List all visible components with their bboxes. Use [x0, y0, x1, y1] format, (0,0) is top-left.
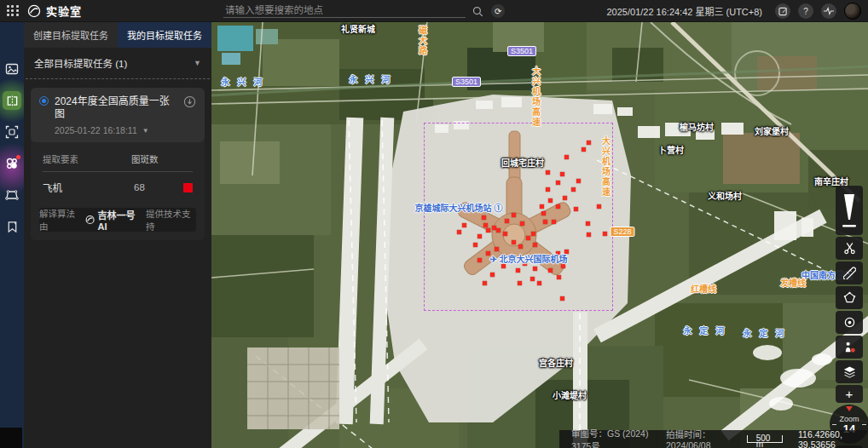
cursor-coordinates: 116.42660, 39.53656 — [798, 429, 859, 448]
aircraft-marker[interactable] — [574, 207, 578, 211]
task-radio[interactable] — [39, 96, 49, 106]
aircraft-marker[interactable] — [531, 256, 535, 260]
aircraft-marker[interactable] — [526, 236, 530, 240]
aircraft-marker[interactable] — [486, 228, 490, 233]
feature-name: 飞机 — [43, 181, 134, 194]
tab-my-tasks[interactable]: 我的目标提取任务 — [118, 22, 211, 48]
aircraft-marker[interactable] — [564, 250, 569, 254]
aircraft-marker[interactable] — [503, 232, 507, 236]
bookmark-icon[interactable] — [3, 217, 21, 236]
aircraft-marker[interactable] — [457, 230, 461, 234]
task-card[interactable]: 2024年度全国高质量一张图 2025-01-22 16:18:11 ▼ — [31, 88, 205, 142]
aircraft-marker[interactable] — [523, 261, 527, 266]
reset-search-icon[interactable]: ⟳ — [491, 4, 505, 18]
measure-tool[interactable] — [836, 261, 863, 284]
aircraft-marker[interactable] — [603, 232, 607, 236]
help-icon[interactable]: ? — [798, 3, 813, 19]
aircraft-marker[interactable] — [462, 223, 466, 227]
aircraft-marker[interactable] — [587, 141, 591, 145]
aircraft-marker[interactable] — [537, 281, 541, 285]
search-input[interactable] — [223, 4, 466, 18]
map-toolbar: + Zoom 14 − — [836, 186, 863, 448]
aircraft-marker[interactable] — [546, 170, 550, 175]
aircraft-marker[interactable] — [531, 232, 535, 236]
aircraft-marker[interactable] — [553, 258, 557, 262]
chevron-down-icon[interactable]: ▼ — [142, 127, 149, 135]
aircraft-marker[interactable] — [556, 181, 560, 185]
aircraft-marker[interactable] — [587, 233, 591, 237]
aircraft-marker[interactable] — [556, 251, 560, 256]
aircraft-marker[interactable] — [477, 234, 482, 238]
download-icon[interactable] — [183, 95, 196, 108]
aircraft-marker[interactable] — [483, 281, 487, 285]
aircraft-marker[interactable] — [483, 223, 488, 227]
aircraft-marker[interactable] — [576, 179, 581, 183]
aircraft-marker[interactable] — [518, 281, 522, 285]
aircraft-marker[interactable] — [546, 187, 550, 192]
zoom-in-button[interactable]: + — [836, 385, 863, 403]
search-icon[interactable] — [472, 6, 483, 17]
aircraft-marker[interactable] — [561, 264, 565, 268]
aircraft-marker[interactable] — [473, 243, 477, 247]
capture-date: 2024/06/08 — [666, 440, 711, 448]
tab-create-task[interactable]: 创建目标提取任务 — [24, 22, 118, 48]
ai-extract-icon[interactable] — [3, 154, 21, 173]
region-select-icon[interactable] — [3, 123, 21, 141]
aircraft-marker[interactable] — [501, 264, 506, 268]
compare-split-icon[interactable] — [3, 91, 21, 110]
aircraft-marker[interactable] — [543, 220, 547, 224]
aircraft-marker[interactable] — [496, 228, 501, 233]
swipe-compare-tool[interactable] — [836, 186, 863, 235]
aircraft-marker[interactable] — [516, 268, 520, 273]
aircraft-marker[interactable] — [482, 215, 486, 220]
aircraft-marker[interactable] — [560, 172, 564, 176]
polygon-tool[interactable] — [836, 286, 863, 309]
task-timestamp: 2025-01-22 16:18:11 — [55, 125, 137, 135]
app-grid-icon[interactable] — [7, 5, 19, 17]
aircraft-marker[interactable] — [505, 219, 509, 223]
aircraft-marker[interactable] — [533, 267, 537, 271]
aircraft-marker[interactable] — [552, 220, 556, 224]
task-filter-dropdown[interactable]: 全部目标提取任务 (1) ▼ — [24, 48, 211, 78]
aircraft-marker[interactable] — [548, 268, 553, 273]
aircraft-marker[interactable] — [586, 221, 590, 226]
feature-count: 68 — [134, 182, 183, 192]
aircraft-marker[interactable] — [512, 240, 516, 244]
street-view-tool[interactable] — [836, 336, 863, 359]
aircraft-marker[interactable] — [548, 198, 553, 203]
aircraft-marker[interactable] — [564, 155, 569, 159]
aircraft-marker[interactable] — [540, 204, 544, 209]
aircraft-marker[interactable] — [512, 213, 516, 217]
aircraft-marker[interactable] — [563, 196, 567, 200]
user-avatar[interactable] — [844, 3, 861, 20]
activity-pulse-icon[interactable] — [821, 3, 836, 19]
notification-dot — [16, 155, 20, 159]
swipe-wedge-icon — [842, 194, 856, 220]
aircraft-marker[interactable] — [477, 258, 482, 262]
aircraft-marker[interactable] — [495, 247, 499, 251]
table-row[interactable]: 飞机 68 — [43, 172, 193, 196]
ruler-icon — [843, 267, 856, 279]
locate-tool[interactable] — [836, 311, 863, 334]
polygon-draw-icon[interactable] — [3, 186, 21, 204]
aircraft-marker[interactable] — [486, 251, 490, 256]
aircraft-marker[interactable] — [533, 243, 537, 247]
aircraft-marker[interactable] — [520, 221, 524, 226]
aircraft-marker[interactable] — [556, 204, 560, 209]
aircraft-marker[interactable] — [541, 211, 546, 215]
map-viewport[interactable]: 回城宅庄村京雄城际大兴机场站 ①✈ 北京大兴国际机场中国南方航空礼贤新城榆马坊村… — [211, 22, 868, 448]
clip-tool[interactable] — [836, 237, 863, 260]
aircraft-marker[interactable] — [518, 244, 523, 249]
aircraft-marker[interactable] — [490, 273, 495, 277]
imagery-icon[interactable] — [3, 60, 21, 78]
aircraft-marker[interactable] — [571, 187, 576, 192]
aircraft-marker[interactable] — [560, 296, 564, 301]
layers-tool[interactable] — [836, 360, 863, 383]
aircraft-marker[interactable] — [582, 147, 586, 152]
aircraft-marker[interactable] — [557, 275, 561, 279]
aircraft-marker[interactable] — [597, 204, 601, 209]
capture-label: 拍摄时间： — [666, 429, 711, 439]
aircraft-marker[interactable] — [509, 256, 513, 260]
feedback-icon[interactable] — [775, 3, 790, 19]
aircraft-marker[interactable] — [530, 277, 535, 281]
